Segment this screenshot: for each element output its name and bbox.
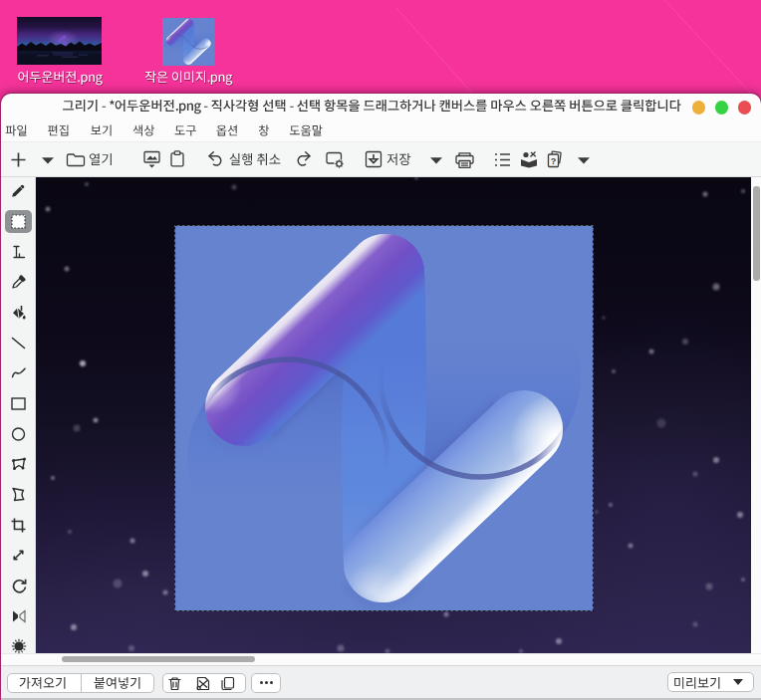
svg-text:?: ? bbox=[551, 156, 557, 166]
